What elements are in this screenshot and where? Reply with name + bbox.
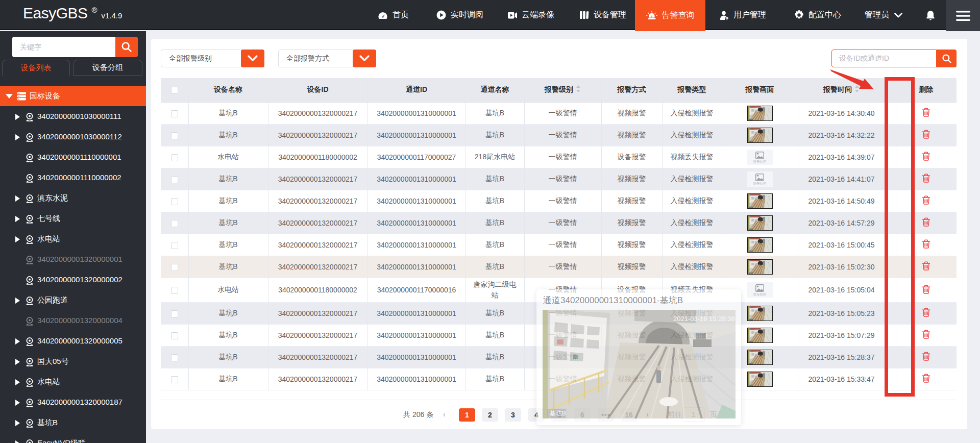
svg-text:基坑B: 基坑B — [550, 410, 566, 417]
svg-text:2021-03-16 15:28:38: 2021-03-16 15:28:38 — [673, 315, 735, 323]
